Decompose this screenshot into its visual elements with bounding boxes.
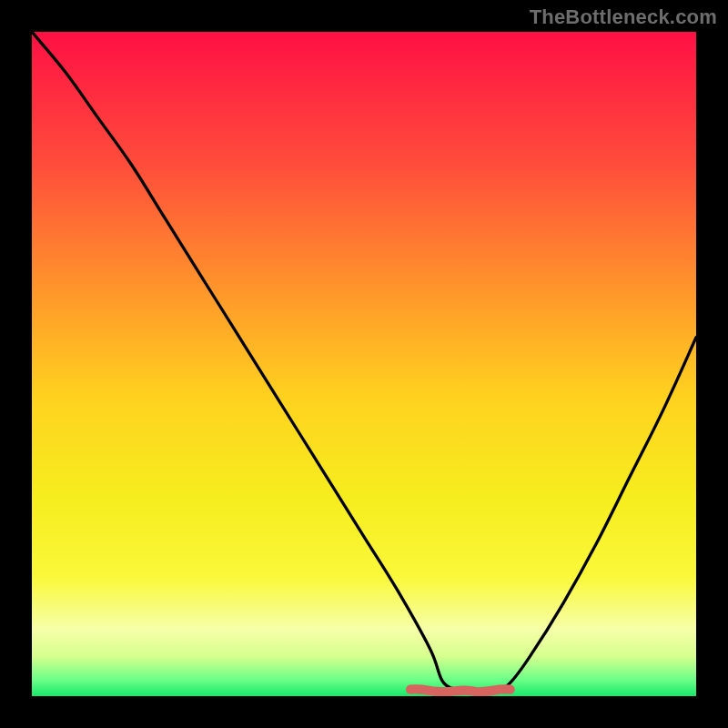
plot-area bbox=[32, 32, 696, 696]
bottom-accent bbox=[410, 689, 510, 692]
watermark-label: TheBottleneck.com bbox=[530, 5, 717, 29]
chart-frame: TheBottleneck.com bbox=[0, 0, 728, 728]
bottleneck-curve bbox=[32, 32, 696, 691]
curve-layer bbox=[32, 32, 696, 696]
